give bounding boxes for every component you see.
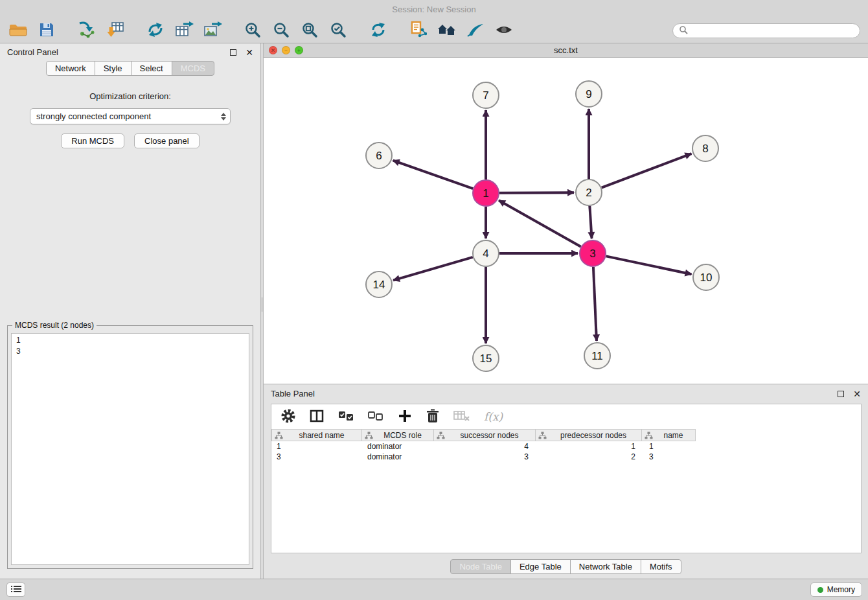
table-settings-button[interactable] — [280, 408, 296, 426]
search-icon — [679, 25, 688, 36]
edge-3-1[interactable] — [499, 200, 581, 246]
optimization-criterion-select[interactable]: strongly connected component — [30, 108, 231, 124]
export-network-button[interactable] — [172, 19, 196, 41]
edge-4-14[interactable] — [393, 257, 473, 281]
close-panel-icon[interactable]: ✕ — [246, 48, 253, 57]
node-2[interactable]: 2 — [576, 179, 602, 205]
run-mcds-button[interactable]: Run MCDS — [61, 133, 124, 148]
table-cell[interactable]: 3 — [644, 452, 698, 462]
svg-text:3: 3 — [589, 248, 595, 260]
svg-text:9: 9 — [586, 88, 591, 100]
control-panel: Control Panel ✕ NetworkStyleSelectMCDS O… — [0, 43, 260, 579]
tab-node-table[interactable]: Node Table — [450, 559, 511, 574]
zoom-selected-button[interactable] — [326, 19, 350, 41]
network-graph[interactable]: 7968124310141511 — [264, 58, 868, 384]
mcds-button-row: Run MCDS Close panel — [0, 133, 260, 148]
deselect-all-button[interactable] — [367, 408, 384, 426]
export-image-button[interactable] — [201, 19, 224, 41]
search-box[interactable] — [672, 23, 860, 38]
network-window-titlebar[interactable]: scc.txt ✕−+ — [264, 43, 868, 58]
table-cell[interactable]: 1 — [537, 441, 644, 452]
import-table-icon — [106, 21, 124, 40]
column-header-label: MCDS role — [374, 431, 431, 440]
close-panel-button[interactable]: Close panel — [134, 133, 200, 148]
import-table-button[interactable] — [104, 19, 127, 41]
svg-text:15: 15 — [480, 352, 492, 365]
tab-select[interactable]: Select — [131, 61, 172, 76]
save-session-button[interactable] — [35, 19, 58, 41]
search-input[interactable] — [692, 27, 854, 36]
node-11[interactable]: 11 — [584, 343, 610, 369]
table-row[interactable]: 3dominator323 — [271, 452, 861, 462]
table-row[interactable]: 1dominator411 — [271, 441, 861, 452]
edge-1-6[interactable] — [393, 161, 473, 189]
edge-3-10[interactable] — [606, 256, 692, 274]
first-neighbors-button[interactable] — [435, 19, 459, 41]
minimize-window-button[interactable]: − — [282, 46, 290, 54]
table-cell[interactable]: dominator — [362, 452, 435, 462]
copy-style-button[interactable] — [407, 19, 430, 41]
tab-style[interactable]: Style — [95, 61, 131, 76]
table-cell[interactable]: 3 — [271, 452, 362, 462]
annotations-button[interactable] — [464, 19, 487, 41]
node-15[interactable]: 15 — [473, 345, 499, 371]
show-columns-button[interactable] — [309, 408, 325, 426]
node-4[interactable]: 4 — [473, 240, 499, 266]
edge-1-2[interactable] — [499, 192, 574, 193]
edge-3-11[interactable] — [593, 267, 597, 341]
memory-button[interactable]: Memory — [810, 583, 862, 597]
node-8[interactable]: 8 — [692, 135, 718, 161]
column-header-label: shared name — [284, 431, 359, 440]
function-icon: f(x) — [484, 410, 503, 423]
select-all-button[interactable] — [337, 408, 354, 426]
table-cell[interactable]: 3 — [435, 452, 537, 462]
float-panel-icon[interactable] — [230, 49, 236, 56]
table-cell[interactable]: 1 — [271, 441, 362, 452]
tab-network[interactable]: Network — [46, 61, 95, 76]
status-bar: Memory — [0, 579, 868, 600]
table-cell[interactable]: 4 — [435, 441, 537, 452]
svg-text:6: 6 — [376, 150, 382, 162]
edge-2-8[interactable] — [602, 154, 692, 187]
column-header-MCDS-role[interactable]: MCDS role — [361, 429, 434, 441]
table-cell[interactable]: dominator — [362, 441, 435, 452]
refresh-view-button[interactable] — [367, 19, 390, 41]
edge-2-3[interactable] — [589, 206, 591, 238]
node-10[interactable]: 10 — [693, 264, 719, 290]
delete-column-button[interactable] — [426, 408, 440, 426]
tab-motifs[interactable]: Motifs — [641, 559, 681, 574]
window-titlebar[interactable]: Session: New Session — [0, 0, 868, 18]
zoom-out-button[interactable] — [269, 19, 293, 41]
node-7[interactable]: 7 — [473, 82, 499, 108]
tab-edge-table[interactable]: Edge Table — [510, 559, 571, 574]
delete-table-button[interactable] — [453, 409, 471, 425]
floppy-disk-icon — [38, 21, 55, 40]
float-panel-icon[interactable] — [838, 391, 844, 397]
column-header-name[interactable]: name — [641, 429, 696, 441]
node-1[interactable]: 1 — [473, 180, 499, 206]
zoom-window-button[interactable]: + — [295, 46, 303, 54]
add-column-button[interactable] — [397, 408, 413, 426]
node-3[interactable]: 3 — [580, 240, 606, 266]
task-history-button[interactable] — [6, 583, 25, 597]
zoom-in-button[interactable] — [241, 19, 264, 41]
tab-network-table[interactable]: Network Table — [570, 559, 641, 574]
table-cell[interactable]: 2 — [537, 452, 644, 462]
zoom-fit-button[interactable] — [298, 19, 321, 41]
node-9[interactable]: 9 — [576, 81, 602, 107]
close-window-button[interactable]: ✕ — [269, 46, 277, 54]
column-header-successor-nodes[interactable]: successor nodes — [433, 429, 536, 441]
new-network-button[interactable] — [144, 19, 167, 41]
column-header-predecessor-nodes[interactable]: predecessor nodes — [535, 429, 642, 441]
tab-mcds[interactable]: MCDS — [172, 61, 214, 76]
function-builder-button[interactable]: f(x) — [484, 410, 503, 423]
table-cell[interactable]: 1 — [644, 441, 698, 452]
show-hide-button[interactable] — [492, 19, 516, 41]
network-canvas[interactable]: 7968124310141511 — [264, 58, 868, 384]
column-header-shared-name[interactable]: shared name — [271, 429, 362, 441]
node-6[interactable]: 6 — [366, 143, 392, 168]
import-network-button[interactable] — [75, 19, 98, 41]
node-14[interactable]: 14 — [366, 271, 392, 297]
close-panel-icon[interactable]: ✕ — [853, 389, 861, 398]
open-session-button[interactable] — [6, 19, 30, 41]
